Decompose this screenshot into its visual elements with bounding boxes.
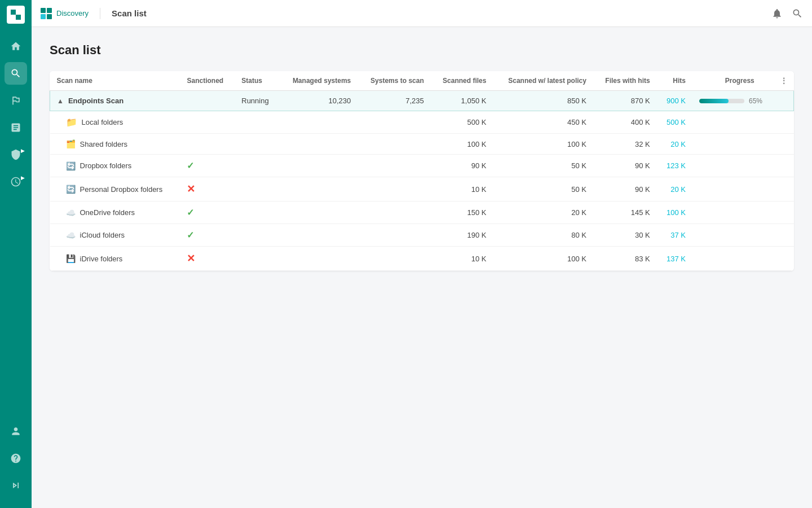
topbar-app[interactable]: Discovery — [41, 8, 100, 19]
app-icon — [41, 8, 52, 19]
col-systems-to-scan: Systems to scan — [358, 71, 431, 91]
endpoints-scan-progress: 65% — [692, 91, 794, 111]
row-name: 🗂️ Shared folders — [50, 134, 180, 155]
sidebar: ▶ ▶ — [0, 0, 32, 508]
table-row[interactable]: 📁 Local folders 500 K 450 K 400 K 500 K — [50, 111, 794, 134]
more-options-icon[interactable]: ⋮ — [780, 77, 787, 85]
col-files-hits: Files with hits — [593, 71, 657, 91]
topbar-actions — [771, 8, 803, 19]
table-row[interactable]: ☁️ OneDrive folders ✓ 150 K 20 K 145 K 1… — [50, 202, 794, 224]
search-icon[interactable] — [792, 8, 803, 19]
row-name: 📁 Local folders — [50, 111, 180, 134]
scan-table-wrapper: Scan name Sanctioned Status Managed syst… — [50, 71, 794, 271]
table-row[interactable]: 🔄 Personal Dropbox folders ✕ 10 K 50 K 9… — [50, 177, 794, 202]
topbar: Discovery Scan list — [32, 0, 812, 27]
sidebar-item-expand[interactable] — [5, 474, 27, 497]
sidebar-item-search[interactable] — [5, 62, 27, 85]
row-name: 🔄 Personal Dropbox folders — [50, 177, 180, 202]
table-row-endpoints-scan[interactable]: ▲ Endpoints Scan Running 10,230 7,235 1,… — [50, 91, 794, 111]
dropbox-personal-icon: 🔄 — [66, 185, 76, 194]
folder-icon: 📁 — [66, 117, 77, 128]
sidebar-item-clock[interactable]: ▶ — [5, 170, 27, 193]
endpoints-scan-hits: 900 K — [657, 91, 692, 111]
collapse-icon[interactable]: ▲ — [57, 97, 64, 105]
row-name: ☁️ iCloud folders — [50, 224, 180, 247]
check-icon: ✓ — [187, 161, 194, 170]
table-row[interactable]: 💾 iDrive folders ✕ 10 K 100 K 83 K 137 K — [50, 247, 794, 271]
col-scanned-latest: Scanned w/ latest policy — [493, 71, 593, 91]
endpoints-scan-name: ▲ Endpoints Scan — [50, 91, 180, 111]
sidebar-item-reports[interactable] — [5, 116, 27, 139]
table-row[interactable]: 🔄 Dropbox folders ✓ 90 K 50 K 90 K 123 K — [50, 155, 794, 177]
scan-table: Scan name Sanctioned Status Managed syst… — [50, 71, 794, 271]
onedrive-icon: ☁️ — [66, 208, 76, 217]
endpoints-scan-systems: 7,235 — [358, 91, 431, 111]
endpoints-scan-scanned: 1,050 K — [431, 91, 493, 111]
row-name: 🔄 Dropbox folders — [50, 155, 180, 177]
progress-label: 65% — [749, 97, 762, 105]
table-row[interactable]: ☁️ iCloud folders ✓ 190 K 80 K 30 K 37 K — [50, 224, 794, 247]
sidebar-item-discovery[interactable] — [5, 89, 27, 112]
notification-icon[interactable] — [771, 8, 783, 19]
sidebar-item-user[interactable] — [5, 420, 27, 443]
col-status: Status — [235, 71, 279, 91]
table-row[interactable]: 🗂️ Shared folders 100 K 100 K 32 K 20 K — [50, 134, 794, 155]
sidebar-bottom — [5, 420, 27, 502]
logo[interactable] — [7, 6, 25, 24]
cross-icon: ✕ — [187, 183, 195, 195]
endpoints-scan-files-hits: 870 K — [593, 91, 657, 111]
sidebar-item-home[interactable] — [5, 35, 27, 58]
col-managed-systems: Managed systems — [279, 71, 358, 91]
progress-bar-fill — [699, 99, 729, 103]
table-header-row: Scan name Sanctioned Status Managed syst… — [50, 71, 794, 91]
row-name: ☁️ OneDrive folders — [50, 202, 180, 224]
topbar-page-title: Scan list — [112, 8, 147, 18]
col-scanned-files: Scanned files — [431, 71, 493, 91]
dropbox-icon: 🔄 — [66, 161, 76, 170]
row-name: 💾 iDrive folders — [50, 247, 180, 271]
idrive-icon: 💾 — [66, 254, 76, 263]
endpoints-scan-latest: 850 K — [493, 91, 593, 111]
app-name: Discovery — [56, 9, 89, 17]
col-progress: Progress ⋮ — [692, 71, 794, 91]
check-icon: ✓ — [187, 208, 194, 217]
sidebar-item-help[interactable] — [5, 447, 27, 470]
shared-folder-icon: 🗂️ — [66, 139, 76, 148]
sidebar-item-shield[interactable]: ▶ — [5, 143, 27, 166]
check-icon: ✓ — [187, 230, 194, 240]
col-sanctioned: Sanctioned — [180, 71, 235, 91]
endpoints-scan-sanctioned — [180, 91, 235, 111]
progress-bar-bg — [699, 99, 744, 103]
col-scan-name: Scan name — [50, 71, 180, 91]
main-content: Scan list Scan name Sanctioned Status Ma… — [32, 27, 812, 508]
sidebar-nav: ▶ ▶ — [5, 35, 27, 420]
col-hits: Hits — [657, 71, 692, 91]
icloud-icon: ☁️ — [66, 231, 76, 240]
page-title: Scan list — [50, 43, 794, 58]
cross-icon: ✕ — [187, 253, 195, 264]
endpoints-scan-managed: 10,230 — [279, 91, 358, 111]
endpoints-scan-status: Running — [235, 91, 279, 111]
